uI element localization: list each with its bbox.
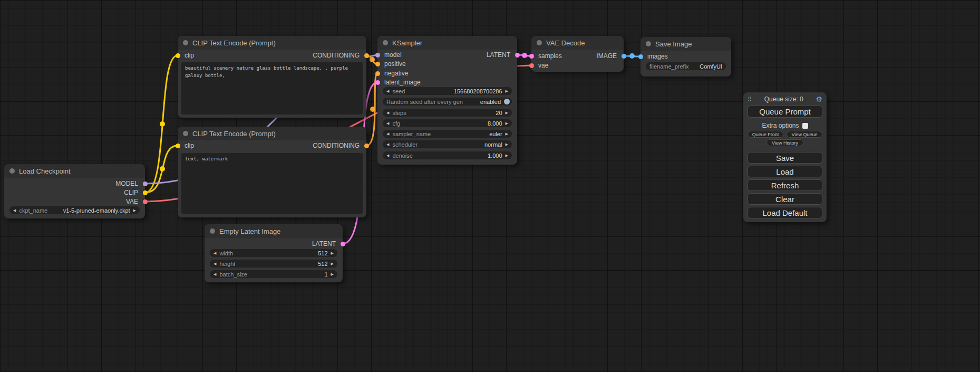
decrement-arrow-icon[interactable]: ◀ (386, 154, 389, 157)
node-clip-text-encode-positive[interactable]: CLIP Text Encode (Prompt) clip CONDITION… (178, 36, 366, 118)
toggle-indicator-icon[interactable] (504, 99, 510, 104)
filename-prefix-widget[interactable]: filename_prefix ComfyUI (646, 62, 726, 70)
node-title-bar[interactable]: Save Image (641, 37, 731, 51)
queue-front-button[interactable]: Queue Front (748, 131, 783, 138)
width-widget[interactable]: ◀ width 512 ▶ (210, 249, 337, 257)
link-midpoint-dot[interactable] (370, 57, 375, 62)
view-history-button[interactable]: View History (766, 139, 803, 146)
increment-arrow-icon[interactable]: ▶ (331, 262, 334, 265)
node-title-label: CLIP Text Encode (Prompt) (192, 39, 276, 47)
widget-value[interactable]: v1-5-pruned-emaonly.ckpt (63, 207, 130, 214)
decrement-arrow-icon[interactable]: ◀ (214, 262, 216, 265)
widget-value[interactable]: euler (489, 131, 502, 137)
prompt-text-input[interactable]: text, watermark (181, 153, 363, 214)
decrement-arrow-icon[interactable]: ◀ (386, 121, 389, 125)
ckpt-name-widget[interactable]: ◀ ckpt_name v1-5-pruned-emaonly.ckpt ▶ (9, 206, 140, 214)
view-queue-button[interactable]: View Queue (787, 131, 822, 138)
batch-size-widget[interactable]: ◀ batch_size 1 ▶ (210, 270, 337, 278)
increment-arrow-icon[interactable]: ▶ (506, 89, 508, 93)
widget-value[interactable]: ComfyUI (700, 63, 722, 70)
increment-arrow-icon[interactable]: ▶ (331, 272, 334, 276)
widget-value[interactable]: normal (484, 141, 502, 148)
decrement-arrow-icon[interactable]: ◀ (214, 251, 216, 255)
node-title-bar[interactable]: VAE Decode (531, 36, 624, 50)
decrement-arrow-icon[interactable]: ◀ (386, 142, 389, 146)
node-status-icon (9, 168, 15, 174)
increment-arrow-icon[interactable]: ▶ (331, 251, 334, 255)
node-title-bar[interactable]: Empty Latent Image (205, 224, 343, 238)
widget-value[interactable]: 1 (324, 271, 327, 278)
port-label: negative (384, 70, 408, 77)
node-ksampler[interactable]: KSampler model LATENT positive negative … (377, 36, 517, 165)
increment-arrow-icon[interactable]: ▶ (506, 154, 508, 157)
latent-image-input-port-icon[interactable] (375, 80, 380, 85)
scheduler-widget[interactable]: ◀ scheduler normal ▶ (383, 140, 512, 148)
load-button[interactable]: Load (748, 166, 822, 177)
node-save-image[interactable]: Save Image images filename_prefix ComfyU… (641, 37, 731, 77)
conditioning-output-port-icon[interactable] (364, 53, 369, 58)
images-input-port-icon[interactable] (638, 54, 643, 59)
clear-button[interactable]: Clear (748, 193, 822, 205)
refresh-button[interactable]: Refresh (748, 179, 822, 191)
output-row-conditioning: CONDITIONING (178, 51, 366, 60)
increment-arrow-icon[interactable]: ▶ (506, 132, 508, 136)
link-midpoint-dot[interactable] (522, 53, 527, 58)
random-seed-toggle-widget[interactable]: Random seed after every gen enabled (383, 98, 512, 106)
link-midpoint-dot[interactable] (629, 53, 635, 59)
widget-value[interactable]: enabled (480, 99, 501, 105)
node-empty-latent-image[interactable]: Empty Latent Image LATENT ◀ width 512 ▶ … (205, 224, 343, 282)
sampler-name-widget[interactable]: ◀ sampler_name euler ▶ (383, 130, 512, 138)
decrement-arrow-icon[interactable]: ◀ (386, 132, 389, 136)
link-midpoint-dot[interactable] (160, 166, 165, 171)
steps-widget[interactable]: ◀ steps 20 ▶ (383, 109, 512, 117)
save-button[interactable]: Save (748, 152, 822, 164)
node-title-bar[interactable]: CLIP Text Encode (Prompt) (178, 36, 366, 50)
prompt-text-input[interactable]: beautiful scenery nature glass bottle la… (181, 62, 363, 115)
increment-arrow-icon[interactable]: ▶ (133, 208, 136, 212)
widget-value[interactable]: 156680208700286 (454, 88, 502, 94)
decrement-arrow-icon[interactable]: ◀ (386, 89, 389, 93)
model-output-port-icon[interactable] (143, 182, 148, 186)
increment-arrow-icon[interactable]: ▶ (506, 121, 508, 125)
widget-value[interactable]: 512 (318, 250, 327, 256)
widget-value[interactable]: 512 (318, 261, 327, 267)
increment-arrow-icon[interactable]: ▶ (506, 111, 508, 115)
node-title-bar[interactable]: CLIP Text Encode (Prompt) (178, 127, 366, 140)
node-title-bar[interactable]: Load Checkpoint (4, 164, 145, 178)
decrement-arrow-icon[interactable]: ◀ (13, 208, 16, 212)
cfg-widget[interactable]: ◀ cfg 8.000 ▶ (383, 119, 512, 127)
queue-prompt-button[interactable]: Queue Prompt (748, 106, 822, 118)
node-vae-decode[interactable]: VAE Decode samples IMAGE vae (531, 36, 624, 72)
vae-input-port-icon[interactable] (529, 63, 534, 68)
widget-label: denoise (392, 152, 413, 159)
widget-value[interactable]: 1.000 (488, 152, 502, 159)
denoise-widget[interactable]: ◀ denoise 1.000 ▶ (383, 151, 512, 159)
decrement-arrow-icon[interactable]: ◀ (386, 111, 389, 115)
latent-output-port-icon[interactable] (341, 242, 345, 246)
node-graph-canvas[interactable]: Load Checkpoint MODEL CLIP VAE ◀ ckpt_na… (0, 0, 980, 372)
image-output-port-icon[interactable] (622, 54, 626, 59)
load-default-button[interactable]: Load Default (748, 207, 822, 218)
seed-widget[interactable]: ◀ seed 156680208700286 ▶ (383, 87, 512, 95)
positive-input-port-icon[interactable] (375, 62, 380, 66)
node-title-label: Empty Latent Image (219, 227, 280, 235)
drag-handle-icon[interactable]: ⠿ (748, 96, 752, 103)
node-clip-text-encode-negative[interactable]: CLIP Text Encode (Prompt) clip CONDITION… (178, 127, 366, 217)
widget-value[interactable]: 20 (496, 110, 502, 116)
settings-gear-icon[interactable]: ⚙ (816, 95, 822, 103)
height-widget[interactable]: ◀ height 512 ▶ (210, 260, 337, 268)
latent-output-port-icon[interactable] (515, 53, 520, 58)
decrement-arrow-icon[interactable]: ◀ (214, 272, 216, 276)
node-title-bar[interactable]: KSampler (377, 36, 517, 50)
node-load-checkpoint[interactable]: Load Checkpoint MODEL CLIP VAE ◀ ckpt_na… (4, 164, 145, 218)
widget-value[interactable]: 8.000 (488, 120, 502, 127)
vae-output-port-icon[interactable] (143, 199, 148, 204)
negative-input-port-icon[interactable] (375, 71, 380, 76)
widget-label: ckpt_name (19, 207, 47, 214)
conditioning-output-port-icon[interactable] (364, 144, 369, 148)
clip-output-port-icon[interactable] (143, 190, 148, 195)
link-midpoint-dot[interactable] (160, 121, 165, 127)
extra-options-checkbox[interactable] (802, 123, 808, 129)
link-midpoint-dot[interactable] (370, 107, 375, 112)
increment-arrow-icon[interactable]: ▶ (506, 142, 508, 146)
